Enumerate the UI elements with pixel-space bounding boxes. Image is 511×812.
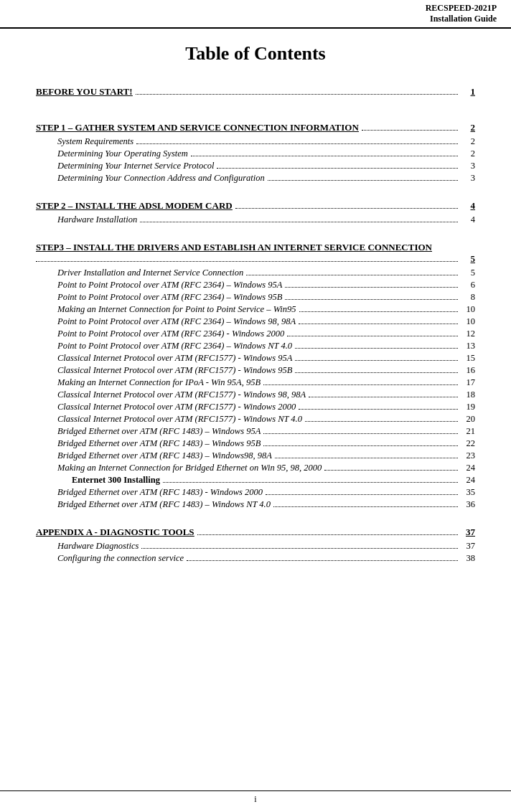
page-num: 4 — [461, 214, 475, 225]
toc-section-label: STEP3 – INSTALL THE DRIVERS AND ESTABLIS… — [36, 242, 475, 253]
toc-entry-classical-95b[interactable]: Classical Internet Protocol over ATM (RF… — [57, 365, 475, 376]
header: RECSPEED-2021P Installation Guide — [0, 0, 511, 29]
toc-entry-ppp-95a[interactable]: Point to Point Protocol over ATM (RFC 23… — [57, 280, 475, 291]
toc-section-step3[interactable]: STEP3 – INSTALL THE DRIVERS AND ESTABLIS… — [36, 242, 475, 265]
page-num: 10 — [461, 304, 475, 315]
entry-label: Point to Point Protocol over ATM (RFC 23… — [57, 292, 282, 303]
dots — [140, 222, 458, 222]
toc-section-label: BEFORE YOU START! — [36, 86, 133, 98]
toc-entry-classical-nt4[interactable]: Classical Internet Protocol over ATM (RF… — [57, 414, 475, 425]
entry-label: Making an Internet Connection for IPoA -… — [57, 377, 261, 388]
dots — [217, 168, 458, 169]
toc-section-step1[interactable]: STEP 1 – GATHER SYSTEM AND SERVICE CONNE… — [36, 122, 475, 133]
entry-label: Determining Your Internet Service Protoc… — [57, 161, 214, 171]
toc-entry-hw-install[interactable]: Hardware Installation 4 — [57, 214, 475, 225]
main-content: Table of Contents BEFORE YOU START! 1 ST… — [0, 29, 511, 593]
entry-label: Classical Internet Protocol over ATM (RF… — [57, 402, 296, 412]
dots — [235, 208, 458, 209]
toc-entry-enternet[interactable]: Enternet 300 Installing 24 — [72, 475, 475, 486]
dots — [285, 287, 458, 288]
page-num: 1 — [461, 86, 475, 98]
dots — [187, 560, 458, 561]
dots — [163, 482, 458, 483]
header-guide: Installation Guide — [14, 14, 497, 24]
toc-entry-ppp-nt4[interactable]: Point to Point Protocol over ATM (RFC 23… — [57, 341, 475, 351]
entry-label: Point to Point Protocol over ATM (RFC 23… — [57, 329, 284, 339]
toc-entry-driver-install[interactable]: Driver Installation and Internet Service… — [57, 268, 475, 278]
entry-label: Point to Point Protocol over ATM (RFC 23… — [57, 341, 292, 351]
page-num: 10 — [461, 316, 475, 327]
page-num: 5 — [461, 268, 475, 278]
dots — [263, 433, 458, 434]
dots — [197, 534, 458, 535]
toc-section-step2[interactable]: STEP 2 – INSTALL THE ADSL MODEM CARD 4 — [36, 200, 475, 212]
dots — [246, 275, 458, 275]
toc-section-label: STEP 2 – INSTALL THE ADSL MODEM CARD — [36, 200, 233, 212]
dots — [141, 548, 458, 549]
page-num: 23 — [461, 450, 475, 461]
dots — [136, 94, 458, 95]
toc-entry-making-bridged[interactable]: Making an Internet Connection for Bridge… — [57, 463, 475, 473]
entry-label: Classical Internet Protocol over ATM (RF… — [57, 353, 292, 364]
toc-entry-bridged-9898a[interactable]: Bridged Ethernet over ATM (RFC 1483) – W… — [57, 450, 475, 461]
entry-label: Driver Installation and Internet Service… — [57, 268, 243, 278]
page-num: 2 — [461, 148, 475, 159]
page-num: 20 — [461, 414, 475, 425]
page-num: 6 — [461, 280, 475, 291]
page-num: 17 — [461, 377, 475, 388]
toc-entry-classical-9898a[interactable]: Classical Internet Protocol over ATM (RF… — [57, 390, 475, 400]
toc-entry-det-isp[interactable]: Determining Your Internet Service Protoc… — [57, 161, 475, 171]
footer: i — [0, 790, 511, 805]
dots — [263, 445, 458, 446]
dots — [295, 348, 458, 349]
entry-label: Making an Internet Connection for Bridge… — [57, 463, 322, 473]
dots — [136, 143, 458, 144]
toc-entry-ppp-9898a[interactable]: Point to Point Protocol over ATM (RFC 23… — [57, 316, 475, 327]
entry-label: Classical Internet Protocol over ATM (RF… — [57, 390, 306, 400]
toc-entry-config-connection[interactable]: Configuring the connection service 38 — [57, 553, 475, 564]
dots — [295, 372, 458, 373]
entry-label: Determining Your Operating System — [57, 148, 188, 159]
toc-section-before-you-start[interactable]: BEFORE YOU START! 1 — [36, 86, 475, 98]
toc-entry-making-ipoa[interactable]: Making an Internet Connection for IPoA -… — [57, 377, 475, 388]
entry-label: Configuring the connection service — [57, 553, 184, 564]
dots — [36, 261, 458, 262]
entry-label: Determining Your Connection Address and … — [57, 173, 265, 184]
entry-label: Making an Internet Connection for Point … — [57, 304, 296, 315]
toc-entry-bridged-95b[interactable]: Bridged Ethernet over ATM (RFC 1483) – W… — [57, 438, 475, 449]
page-num: 13 — [461, 341, 475, 351]
entry-label: Bridged Ethernet over ATM (RFC 1483) – W… — [57, 438, 261, 449]
entry-label: Enternet 300 Installing — [72, 475, 160, 486]
entry-label: Hardware Installation — [57, 214, 137, 225]
toc-entry-det-conn[interactable]: Determining Your Connection Address and … — [57, 173, 475, 184]
toc-entry-ppp-95b[interactable]: Point to Point Protocol over ATM (RFC 23… — [57, 292, 475, 303]
toc-entry-bridged-95a[interactable]: Bridged Ethernet over ATM (RFC 1483) – W… — [57, 426, 475, 437]
toc-entry-ppp-2000[interactable]: Point to Point Protocol over ATM (RFC 23… — [57, 329, 475, 339]
dots — [273, 506, 458, 507]
entry-label: Point to Point Protocol over ATM (RFC 23… — [57, 280, 282, 291]
page-num: 3 — [461, 161, 475, 171]
dots — [275, 458, 458, 458]
entry-label: Point to Point Protocol over ATM (RFC 23… — [57, 316, 296, 327]
toc-entry-classical-95a[interactable]: Classical Internet Protocol over ATM (RF… — [57, 353, 475, 364]
toc-entry-det-os[interactable]: Determining Your Operating System 2 — [57, 148, 475, 159]
dots — [263, 384, 458, 385]
toc-entry-hw-diagnostics[interactable]: Hardware Diagnostics 37 — [57, 541, 475, 552]
toc-section-appendix-a[interactable]: APPENDIX A - DIAGNOSTIC TOOLS 37 — [36, 527, 475, 538]
toc-entry-system-req[interactable]: System Requirements 2 — [57, 136, 475, 147]
toc-entry-bridged-nt4[interactable]: Bridged Ethernet over ATM (RFC 1483) – W… — [57, 499, 475, 510]
dots — [285, 299, 458, 300]
page-num: 36 — [461, 499, 475, 510]
dots — [191, 156, 458, 156]
header-product: RECSPEED-2021P — [14, 3, 497, 14]
toc-entry-classical-2000[interactable]: Classical Internet Protocol over ATM (RF… — [57, 402, 475, 412]
entry-label: Bridged Ethernet over ATM (RFC 1483) – W… — [57, 426, 261, 437]
toc-entry-making-win95[interactable]: Making an Internet Connection for Point … — [57, 304, 475, 315]
page-num: 24 — [461, 475, 475, 486]
dots — [309, 397, 458, 397]
toc-section-label: STEP 1 – GATHER SYSTEM AND SERVICE CONNE… — [36, 122, 359, 133]
toc-entry-bridged-2000[interactable]: Bridged Ethernet over ATM (RFC 1483) - W… — [57, 487, 475, 498]
page-num: 12 — [461, 329, 475, 339]
dots — [299, 409, 458, 410]
entry-label: Hardware Diagnostics — [57, 541, 139, 552]
